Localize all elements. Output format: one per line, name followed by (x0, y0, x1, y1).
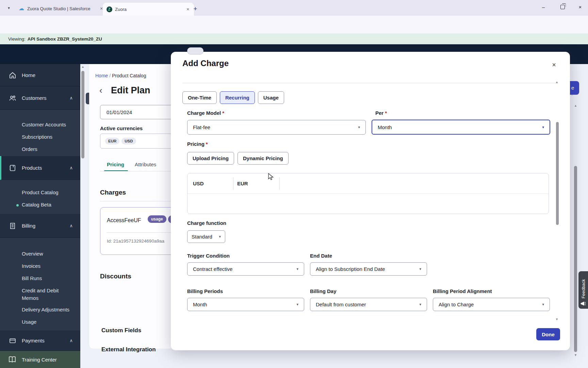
billing-periods-label: Billing Periods (187, 288, 223, 294)
feedback-tab[interactable]: Feedback (578, 271, 588, 309)
upload-pricing-button[interactable]: Upload Pricing (187, 152, 234, 165)
window-restore-button[interactable] (555, 0, 570, 14)
page-scrollbar[interactable] (574, 166, 577, 352)
modal-close-button[interactable]: × (549, 60, 559, 70)
charge-type-one-time[interactable]: One-Time (182, 91, 217, 104)
sidebar-item-label: Billing (22, 223, 69, 229)
sidebar-item-payments[interactable]: Payments ∧ (0, 331, 80, 351)
page-scroll-up-icon[interactable]: ▲ (574, 104, 577, 107)
salesforce-cloud-icon: ☁ (18, 5, 24, 12)
sidebar-item-bill-runs[interactable]: Bill Runs (22, 275, 42, 281)
environment-name: API Sandbox ZBZR_System20_ZU (28, 36, 102, 42)
billing-day-select[interactable]: Default from customer ▾ (310, 298, 427, 311)
tab-search-button[interactable]: ▾ (4, 3, 14, 13)
restore-icon (560, 5, 565, 9)
billing-period-alignment-value: Align to Charge (439, 302, 474, 307)
sidebar-item-label: Customers (22, 95, 69, 101)
sidebar-item-customer-accounts[interactable]: Customer Accounts (22, 122, 66, 127)
close-icon: × (579, 4, 582, 10)
sidebar-item-products[interactable]: Products ∧ (0, 156, 80, 180)
charge-function-select[interactable]: Standard ▾ (187, 230, 225, 243)
caret-down-icon: ▾ (358, 125, 360, 129)
sidebar-item-billing[interactable]: Billing ∧ (0, 214, 80, 238)
sidebar-item-orders[interactable]: Orders (22, 146, 37, 152)
modal-title: Add Charge (182, 59, 229, 68)
tab-close-icon[interactable]: × (185, 6, 191, 12)
sidebar-item-home[interactable]: Home (0, 64, 80, 87)
tab-title: Zuora (115, 7, 182, 12)
per-value: Month (378, 124, 392, 130)
sidebar-item-subscriptions[interactable]: Subscriptions (22, 134, 52, 140)
trigger-condition-select[interactable]: Contract effective ▾ (187, 262, 304, 276)
modal-scroll-down-icon[interactable]: ▼ (555, 318, 558, 321)
browser-tab-zuora[interactable]: Z Zuora × (103, 3, 194, 16)
training-center-label: Training Center (22, 357, 57, 363)
pricing-table[interactable]: USD EUR (187, 173, 549, 214)
browser-tab-salesforce[interactable]: ☁ Zuora Quote Studio | Salesforce × (15, 3, 108, 14)
charge-model-select[interactable]: Flat-fee ▾ (187, 120, 366, 135)
charge-type-usage[interactable]: Usage (258, 91, 284, 104)
done-button[interactable]: Done (536, 328, 560, 340)
content-scroll-up-icon[interactable]: ▲ (81, 65, 84, 68)
page-scroll-down-icon[interactable]: ▼ (574, 354, 577, 357)
dynamic-pricing-button[interactable]: Dynamic Pricing (238, 152, 289, 165)
tabs-divider (100, 171, 177, 171)
pricing-table-header: USD EUR (187, 173, 549, 194)
chevron-up-icon: ∧ (69, 165, 73, 170)
home-icon (9, 72, 16, 79)
payments-icon (9, 337, 16, 344)
close-icon: × (552, 61, 556, 69)
chevron-up-icon: ∧ (69, 95, 73, 101)
content-scrollbar[interactable] (81, 71, 84, 158)
column-separator (233, 178, 233, 190)
breadcrumb: Home / Product Catalog (95, 73, 146, 78)
sidebar-item-invoices[interactable]: Invoices (22, 263, 40, 269)
caret-down-icon: ▾ (219, 234, 221, 239)
sidebar-item-customers[interactable]: Customers ∧ (0, 87, 80, 110)
sidebar-item-credit-debit-memos[interactable]: Credit and Debit Memos (22, 287, 76, 302)
plus-icon: + (193, 5, 197, 13)
tab-attributes[interactable]: Attributes (135, 162, 156, 167)
tab-pricing[interactable]: Pricing (107, 162, 124, 167)
sidebar-item-training-center[interactable]: Training Center (0, 351, 80, 368)
modal-scrollbar[interactable] (556, 122, 559, 225)
billing-icon (9, 222, 16, 230)
charge-type-recurring[interactable]: Recurring (220, 91, 255, 104)
modal-scroll-up-icon[interactable]: ▲ (555, 80, 558, 84)
per-select[interactable]: Month ▾ (372, 120, 550, 135)
sidebar-item-product-catalog[interactable]: Product Catalog (22, 189, 59, 195)
billing-period-alignment-select[interactable]: Align to Charge ▾ (433, 298, 550, 311)
charge-function-value: Standard (192, 234, 212, 240)
sidebar-item-label: Home (22, 72, 80, 78)
charge-type-toggle: One-Time Recurring Usage (182, 91, 284, 104)
catalog-icon (9, 164, 16, 172)
billing-periods-select[interactable]: Month ▾ (187, 298, 304, 311)
currency-chip-usd: USD (121, 138, 136, 144)
active-currencies-label: Active currencies (100, 125, 143, 131)
sidebar-item-usage[interactable]: Usage (22, 319, 36, 325)
active-page-dot (16, 204, 19, 206)
charge-function-label: Charge function (187, 220, 226, 226)
window-close-button[interactable]: × (572, 0, 588, 14)
trigger-condition-label: Trigger Condition (187, 253, 230, 259)
sidebar-nav: Home Customers ∧ Customer Accounts Subsc… (0, 64, 80, 368)
add-charge-modal: Add Charge × One-Time Recurring Usage Ch… (171, 52, 570, 350)
column-separator (279, 178, 280, 190)
window-minimize-button[interactable]: – (536, 0, 551, 14)
caret-down-icon: ▾ (296, 302, 298, 307)
products-submenu: Product Catalog Catalog Beta (0, 180, 80, 214)
zuora-favicon: Z (106, 6, 112, 12)
new-tab-button[interactable]: + (191, 4, 200, 14)
sidebar-item-delivery-adjustments[interactable]: Delivery Adjustments (22, 307, 69, 312)
charge-model-label: Charge Model* (187, 110, 224, 116)
breadcrumb-home-link[interactable]: Home (95, 73, 108, 78)
sidebar-item-catalog-beta[interactable]: Catalog Beta (22, 202, 51, 208)
required-asterisk: * (222, 110, 224, 116)
custom-fields-heading: Custom Fields (101, 327, 141, 334)
effective-date-value: 01/01/2024 (107, 109, 132, 115)
billing-period-alignment-label: Billing Period Alignment (433, 288, 492, 294)
billing-day-label: Billing Day (310, 288, 337, 294)
sidebar-item-overview[interactable]: Overview (22, 251, 43, 257)
end-date-select[interactable]: Align to Subscription End Date ▾ (310, 262, 427, 276)
back-chevron-icon[interactable]: ‹ (99, 86, 102, 95)
